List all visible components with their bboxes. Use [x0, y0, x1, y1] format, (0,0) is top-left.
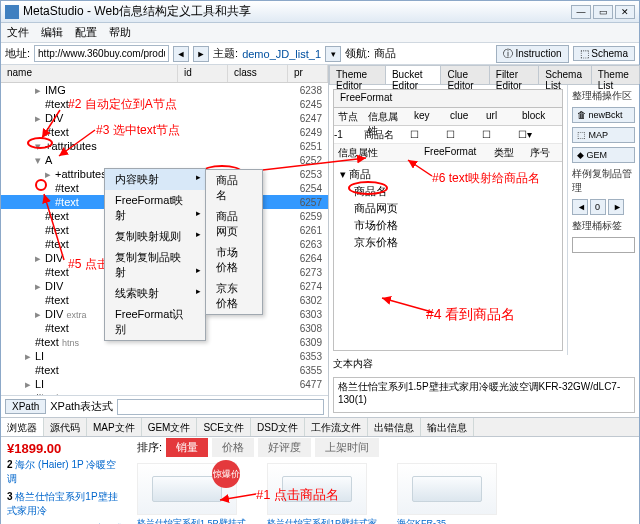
- freeformat-box: FreeFormat 节点 信息属性 key clue url block -1…: [333, 89, 563, 351]
- newbckt-button[interactable]: 🗑 newBckt: [572, 107, 635, 123]
- xpath-bar: XPath XPath表达式: [1, 395, 328, 417]
- tree-row[interactable]: ▸DIV6247: [1, 111, 328, 125]
- tree-row[interactable]: ▾+attributes6251: [1, 139, 328, 153]
- theme-dd-icon[interactable]: ▾: [325, 46, 341, 62]
- product-name[interactable]: 格兰仕怡宝系列1.5P壁挂式家用冷暖光波空调KFR-32GW/dLC7-130(…: [137, 517, 247, 524]
- col-pr[interactable]: pr: [288, 65, 328, 82]
- xpath-input[interactable]: [117, 399, 324, 415]
- tab-theme-editor[interactable]: Theme Editor: [329, 65, 386, 84]
- product-image[interactable]: [267, 463, 367, 515]
- btab-source[interactable]: 源代码: [44, 418, 87, 436]
- tree-row[interactable]: ▸LI6477: [1, 377, 328, 391]
- ff-node-url[interactable]: 商品网页: [340, 200, 556, 217]
- ctx-content-map[interactable]: 内容映射: [105, 169, 205, 190]
- tree-row[interactable]: ▸IMG6238: [1, 83, 328, 97]
- context-submenu[interactable]: 商品名 商品网页 市场价格 京东价格: [205, 169, 263, 315]
- ff-cb4[interactable]: ☐▾: [518, 129, 562, 140]
- menu-config[interactable]: 配置: [75, 25, 97, 40]
- ffh2-num: 序号: [526, 144, 562, 161]
- ff-cb2[interactable]: ☐: [446, 129, 482, 140]
- minimize-button[interactable]: —: [571, 5, 591, 19]
- sub-jdprice[interactable]: 京东价格: [206, 278, 262, 314]
- tab-bucket-editor[interactable]: Bucket Editor: [385, 65, 442, 84]
- tab-theme-list[interactable]: Theme List: [591, 65, 640, 84]
- menu-help[interactable]: 帮助: [109, 25, 131, 40]
- ff-cb[interactable]: ☐: [410, 129, 446, 140]
- ff-header2: 信息属性 FreeFormat 类型 序号: [334, 144, 562, 162]
- ctx-copy-rule[interactable]: 复制映射规则: [105, 226, 205, 247]
- product-card[interactable]: 海尔KFR-35: [397, 463, 507, 524]
- address-input[interactable]: [34, 45, 169, 62]
- col-id[interactable]: id: [178, 65, 228, 82]
- sort-sales[interactable]: 销量: [166, 438, 208, 457]
- col-class[interactable]: class: [228, 65, 288, 82]
- nav-fwd-button[interactable]: ►: [193, 46, 209, 62]
- btab-browser[interactable]: 浏览器: [1, 418, 44, 436]
- sample-next[interactable]: ►: [608, 199, 624, 215]
- tab-filter-editor[interactable]: Filter Editor: [489, 65, 540, 84]
- ffh-url: url: [482, 108, 518, 125]
- app-icon: [5, 5, 19, 19]
- sub-name[interactable]: 商品名: [206, 170, 262, 206]
- ff-node-name[interactable]: 商品名: [340, 183, 556, 200]
- col-name[interactable]: name: [1, 65, 178, 82]
- product-image[interactable]: 惊爆价: [137, 463, 237, 515]
- tree-row[interactable]: #text: [1, 391, 328, 395]
- theme-value: demo_JD_list_1: [242, 48, 321, 60]
- sort-rating[interactable]: 好评度: [258, 438, 311, 457]
- ff-tree[interactable]: ▾ 商品 商品名 商品网页 市场价格 京东价格: [334, 162, 562, 350]
- tab-schema-list[interactable]: Schema List: [538, 65, 591, 84]
- list-item[interactable]: 2 海尔 (Haier) 1P 冷暖空调: [7, 456, 125, 488]
- ff-node-jdprice[interactable]: 京东价格: [340, 234, 556, 251]
- sample-prev[interactable]: ◄: [572, 199, 588, 215]
- freeformat-tab[interactable]: FreeFormat: [334, 90, 562, 108]
- btab-workflow[interactable]: 工作流文件: [305, 418, 368, 436]
- tree-row[interactable]: ▸LI6353: [1, 349, 328, 363]
- btab-gem[interactable]: GEM文件: [142, 418, 198, 436]
- gem-button[interactable]: ◆ GEM: [572, 147, 635, 163]
- btab-sce[interactable]: SCE文件: [197, 418, 251, 436]
- instruction-button[interactable]: ⓘ Instruction: [496, 45, 569, 63]
- list-item[interactable]: 3 格兰仕怡宝系列1P壁挂式家用冷: [7, 488, 125, 520]
- nav-back-button[interactable]: ◄: [173, 46, 189, 62]
- ff-cb3[interactable]: ☐: [482, 129, 518, 140]
- btab-map[interactable]: MAP文件: [87, 418, 142, 436]
- btab-output[interactable]: 输出信息: [421, 418, 474, 436]
- tab-clue-editor[interactable]: Clue Editor: [440, 65, 489, 84]
- ctx-ff-map[interactable]: FreeFormat映射: [105, 190, 205, 226]
- sort-date[interactable]: 上架时间: [315, 438, 379, 457]
- product-card[interactable]: 惊爆价 格兰仕怡宝系列1.5P壁挂式家用冷暖光波空调KFR-32GW/dLC7-…: [137, 463, 247, 524]
- tree-row[interactable]: #text6355: [1, 363, 328, 377]
- schema-button[interactable]: ⬚ Schema: [573, 46, 635, 61]
- textcontent-value[interactable]: 格兰仕怡宝系列1.5P壁挂式家用冷暖光波空调KFR-32GW/dLC7-130(…: [333, 377, 635, 413]
- menu-edit[interactable]: 编辑: [41, 25, 63, 40]
- menu-file[interactable]: 文件: [7, 25, 29, 40]
- tree-row[interactable]: ▾A6252: [1, 153, 328, 167]
- product-name[interactable]: 格兰仕怡宝系列1P壁挂式家用冷暖光波空调KFR-23GW/DLP7-130 (1…: [267, 517, 377, 524]
- sort-price[interactable]: 价格: [212, 438, 254, 457]
- ff-node-root[interactable]: ▾ 商品: [340, 166, 556, 183]
- close-button[interactable]: ✕: [615, 5, 635, 19]
- btab-errors[interactable]: 出错信息: [368, 418, 421, 436]
- product-card[interactable]: 格兰仕怡宝系列1P壁挂式家用冷暖光波空调KFR-23GW/DLP7-130 (1…: [267, 463, 377, 524]
- xpath-button[interactable]: XPath: [5, 399, 46, 414]
- list-item[interactable]: 4 海尔(Haier) 1.5匹壁挂式空调: [7, 520, 125, 524]
- ffh2-type: 类型: [490, 144, 526, 161]
- ctx-clue-map[interactable]: 线索映射: [105, 283, 205, 304]
- tree-row[interactable]: #text6249: [1, 125, 328, 139]
- ff-row[interactable]: -1 商品名 ☐ ☐ ☐ ☐▾: [334, 126, 562, 144]
- bucket-tag-input[interactable]: [572, 237, 635, 253]
- map-button[interactable]: ⬚ MAP: [572, 127, 635, 143]
- context-menu[interactable]: 内容映射 FreeFormat映射 复制映射规则 复制复制品映射 线索映射 Fr…: [104, 168, 206, 341]
- product-name[interactable]: 海尔KFR-35: [397, 517, 507, 524]
- ff-node-mprice[interactable]: 市场价格: [340, 217, 556, 234]
- sub-url[interactable]: 商品网页: [206, 206, 262, 242]
- tree-row[interactable]: #text6245: [1, 97, 328, 111]
- product-image[interactable]: [397, 463, 497, 515]
- ctx-ff-detect[interactable]: FreeFormat识别: [105, 304, 205, 340]
- sub-mprice[interactable]: 市场价格: [206, 242, 262, 278]
- browser-preview[interactable]: ¥1899.00 2 海尔 (Haier) 1P 冷暖空调3 格兰仕怡宝系列1P…: [1, 437, 639, 524]
- btab-dsd[interactable]: DSD文件: [251, 418, 305, 436]
- ctx-copy-clone[interactable]: 复制复制品映射: [105, 247, 205, 283]
- maximize-button[interactable]: ▭: [593, 5, 613, 19]
